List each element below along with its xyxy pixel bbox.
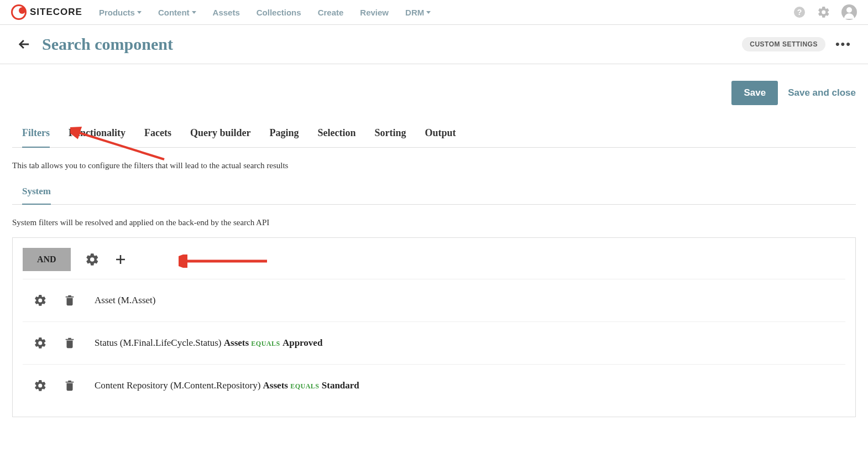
filter-row: Status (M.Final.LifeCycle.Status) Assets… xyxy=(23,321,845,364)
chevron-down-icon xyxy=(192,11,196,14)
tab-facets[interactable]: Facets xyxy=(144,122,171,147)
primary-tabs: Filters Functionality Facets Query build… xyxy=(12,122,856,148)
action-row: Save Save and close xyxy=(12,81,856,105)
filter-expression: Asset (M.Asset) xyxy=(95,295,156,306)
more-menu-icon[interactable]: ••• xyxy=(835,37,851,51)
tab-selection[interactable]: Selection xyxy=(318,122,356,147)
tab-functionality[interactable]: Functionality xyxy=(69,122,126,147)
tab-sorting[interactable]: Sorting xyxy=(375,122,406,147)
page-title: Search component xyxy=(42,35,173,54)
filter-group-header: AND xyxy=(23,248,845,271)
logo-mark-icon xyxy=(11,4,27,20)
nav-items: Products Content Assets Collections Crea… xyxy=(99,8,431,17)
nav-content[interactable]: Content xyxy=(158,8,196,17)
nav-drm[interactable]: DRM xyxy=(405,8,431,17)
add-filter-plus-icon[interactable] xyxy=(114,253,127,266)
row-settings-gear-icon[interactable] xyxy=(34,336,47,350)
operator-chip[interactable]: AND xyxy=(23,248,71,271)
row-delete-trash-icon[interactable] xyxy=(64,294,76,307)
sub-tabs: System xyxy=(12,179,856,205)
nav-products[interactable]: Products xyxy=(99,8,142,17)
annotation-arrow-icon xyxy=(179,255,273,268)
save-button[interactable]: Save xyxy=(731,81,778,105)
page-header: Search component CUSTOM SETTINGS ••• xyxy=(0,25,868,64)
nav-create[interactable]: Create xyxy=(318,8,344,17)
filter-group-box: AND Asset (M xyxy=(12,237,856,417)
tab-paging[interactable]: Paging xyxy=(270,122,299,147)
nav-review[interactable]: Review xyxy=(360,8,389,17)
brand-logo[interactable]: SITECORE xyxy=(11,4,82,20)
filter-row: Asset (M.Asset) xyxy=(23,279,845,321)
save-and-close-button[interactable]: Save and close xyxy=(788,87,856,98)
filter-expression: Content Repository (M.Content.Repository… xyxy=(95,380,359,391)
chevron-down-icon xyxy=(137,11,142,14)
tab-filters[interactable]: Filters xyxy=(22,122,50,148)
filter-row: Content Repository (M.Content.Repository… xyxy=(23,364,845,407)
row-settings-gear-icon[interactable] xyxy=(34,379,47,392)
back-arrow-icon[interactable] xyxy=(17,37,32,52)
row-settings-gear-icon[interactable] xyxy=(34,294,47,307)
help-icon[interactable]: ? xyxy=(793,6,806,19)
row-delete-trash-icon[interactable] xyxy=(64,337,76,349)
row-delete-trash-icon[interactable] xyxy=(64,380,76,392)
custom-settings-button[interactable]: CUSTOM SETTINGS xyxy=(742,37,825,51)
tab-output[interactable]: Output xyxy=(425,122,456,147)
tab-description: This tab allows you to configure the fil… xyxy=(12,148,856,179)
subtab-description: System filters will be resolved and appl… xyxy=(12,205,856,237)
gear-icon[interactable] xyxy=(817,6,830,19)
user-avatar-icon[interactable] xyxy=(841,4,857,20)
top-nav: SITECORE Products Content Assets Collect… xyxy=(0,0,868,25)
content-area: Save Save and close Filters Functionalit… xyxy=(0,64,868,439)
svg-text:?: ? xyxy=(797,8,802,17)
chevron-down-icon xyxy=(426,11,431,14)
brand-name: SITECORE xyxy=(30,7,82,18)
subtab-system[interactable]: System xyxy=(22,179,51,205)
filter-expression: Status (M.Final.LifeCycle.Status) Assets… xyxy=(95,337,322,349)
nav-assets[interactable]: Assets xyxy=(213,8,240,17)
group-settings-gear-icon[interactable] xyxy=(85,252,100,267)
nav-collections[interactable]: Collections xyxy=(257,8,301,17)
tab-query-builder[interactable]: Query builder xyxy=(190,122,251,147)
